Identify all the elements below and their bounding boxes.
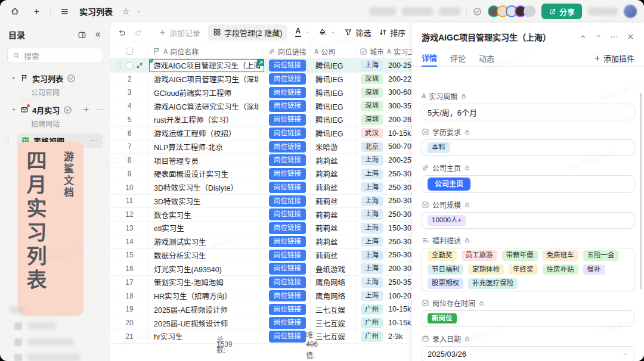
job-link-button[interactable]: 岗位链接 bbox=[269, 250, 306, 262]
job-link-button[interactable]: 岗位链接 bbox=[269, 276, 306, 288]
row-gutter[interactable]: 13 bbox=[110, 222, 149, 235]
checkbox[interactable] bbox=[126, 62, 133, 69]
cell-city[interactable]: 深圳 bbox=[356, 99, 383, 113]
cell-job-name[interactable]: 项目管理专员 bbox=[149, 154, 264, 167]
cell-company[interactable]: 莉莉丝 bbox=[311, 195, 356, 208]
job-link-button[interactable]: 岗位链接 bbox=[269, 195, 306, 207]
job-link-button[interactable]: 岗位链接 bbox=[269, 222, 306, 234]
avatar[interactable] bbox=[524, 5, 535, 17]
cell-job-name[interactable]: 3D特效实习生 bbox=[149, 195, 264, 208]
cell-company[interactable]: 莉莉丝 bbox=[311, 222, 356, 235]
row-gutter[interactable]: 16 bbox=[110, 262, 149, 275]
job-link-button[interactable]: 岗位链接 bbox=[269, 208, 306, 220]
cell-city[interactable]: 上海 bbox=[356, 290, 383, 303]
field-value-box[interactable]: 新岗位 bbox=[422, 310, 634, 327]
cell-company[interactable]: 莉莉丝 bbox=[311, 208, 356, 221]
job-link-button[interactable]: 岗位链接 bbox=[269, 168, 306, 180]
column-header[interactable]: 城市 bbox=[356, 44, 383, 58]
cell-city[interactable]: 深圳 bbox=[356, 86, 383, 99]
cell-company[interactable]: 鹰角网络 bbox=[311, 276, 356, 289]
job-link-button[interactable]: 岗位链接 bbox=[269, 60, 306, 71]
cell-job-name[interactable]: 硬表面概设设计实习生 bbox=[149, 167, 264, 181]
expand-record-icon[interactable] bbox=[136, 62, 143, 69]
cell-company[interactable]: 三七互娱 bbox=[311, 303, 356, 316]
cell-job-name[interactable]: NLP算法工程师-北京 bbox=[149, 141, 264, 154]
row-gutter[interactable]: 19 bbox=[110, 303, 149, 316]
cell-company[interactable]: 米哈游 bbox=[311, 141, 356, 154]
cell-city[interactable]: 上海 bbox=[356, 262, 383, 275]
column-header[interactable]: A公司 bbox=[311, 44, 356, 58]
caret-right-icon[interactable] bbox=[11, 75, 17, 81]
cell-job-name[interactable]: 2025届-AE视频设计师 bbox=[149, 303, 264, 316]
drag-handle-icon[interactable] bbox=[4, 136, 11, 144]
cell-company[interactable]: 三七互娱 bbox=[311, 316, 356, 329]
job-link-button[interactable]: 岗位链接 bbox=[269, 87, 306, 99]
new-tab-icon[interactable] bbox=[29, 4, 44, 19]
cell-city[interactable]: 上海 bbox=[356, 59, 383, 72]
tab-comments[interactable]: 评论 bbox=[450, 50, 466, 67]
undo-icon[interactable] bbox=[117, 28, 126, 37]
column-header[interactable]: A岗位名称 bbox=[149, 44, 264, 58]
row-gutter[interactable]: 2 bbox=[110, 73, 149, 86]
fill-color-button[interactable] bbox=[318, 28, 336, 36]
more-icon[interactable] bbox=[610, 33, 618, 41]
prev-record-icon[interactable] bbox=[579, 33, 587, 41]
cell-city[interactable]: 上海 bbox=[356, 249, 383, 262]
star-icon[interactable]: ☆ bbox=[122, 7, 130, 16]
sidebar-subitem-recruit-site[interactable]: 招聘网站 bbox=[0, 117, 110, 133]
row-gutter[interactable]: 15 bbox=[110, 249, 149, 262]
row-gutter[interactable]: 10 bbox=[110, 181, 149, 194]
header-select-all[interactable] bbox=[110, 44, 149, 58]
row-gutter[interactable]: 8 bbox=[110, 154, 149, 167]
field-value-box[interactable]: 全勤奖员工旅游带薪年假免费班车五险一金节日福利定期体检年终奖住房补贴餐补股票期权… bbox=[422, 248, 634, 291]
job-link-button[interactable]: 岗位链接 bbox=[269, 263, 306, 275]
cell-job-name[interactable]: 2025届-UE视频设计师 bbox=[149, 316, 264, 329]
job-link-button[interactable]: 岗位链接 bbox=[269, 154, 306, 166]
panel-scrollbar[interactable] bbox=[640, 93, 642, 290]
cell-company[interactable]: 莉莉丝 bbox=[311, 235, 356, 248]
tab-activity[interactable]: 动态 bbox=[479, 50, 494, 67]
home-icon[interactable] bbox=[7, 4, 23, 19]
field-manage-button[interactable]: 字段管理(2 隐藏) bbox=[208, 24, 287, 41]
collaborator-avatars[interactable] bbox=[488, 5, 535, 17]
text-color-button[interactable]: A bbox=[295, 27, 311, 36]
cell-company[interactable]: 腾讯IEG bbox=[311, 59, 356, 72]
cell-city[interactable]: 深圳 bbox=[356, 73, 383, 86]
cell-company[interactable]: 莉莉丝 bbox=[311, 249, 356, 262]
cell-job-name[interactable]: 策划实习生-泡姆泡姆 bbox=[149, 276, 264, 289]
cell-company[interactable]: 莉莉丝 bbox=[311, 181, 356, 194]
cell-city[interactable]: 上海 bbox=[356, 154, 383, 167]
row-gutter[interactable]: 4 bbox=[110, 99, 149, 113]
add-plugin-button[interactable]: 添加插件 bbox=[593, 52, 634, 64]
close-icon[interactable] bbox=[627, 33, 634, 41]
user-avatar[interactable] bbox=[624, 5, 637, 18]
cell-city[interactable]: 上海 bbox=[356, 195, 383, 208]
cell-city[interactable]: 广州 bbox=[356, 316, 383, 329]
row-gutter[interactable]: 14 bbox=[110, 235, 149, 248]
column-header[interactable]: 岗位链接 bbox=[264, 44, 311, 58]
cell-job-name[interactable]: etl实习生 bbox=[149, 222, 264, 235]
redo-icon[interactable] bbox=[134, 28, 143, 37]
cell-job-name[interactable]: 游戏AIGC算法研究实习生（深圳） bbox=[149, 99, 264, 113]
row-gutter[interactable]: 20 bbox=[110, 316, 149, 329]
job-link-button[interactable]: 岗位链接 bbox=[269, 304, 306, 316]
row-gutter[interactable]: 6 bbox=[110, 127, 149, 140]
next-record-icon[interactable] bbox=[595, 33, 602, 41]
sort-button[interactable]: 排序 bbox=[379, 27, 405, 38]
more-icon[interactable] bbox=[90, 136, 98, 145]
row-gutter[interactable]: 18 bbox=[110, 290, 149, 303]
cell-city[interactable]: 上海 bbox=[356, 235, 383, 248]
filter-button[interactable]: 筛选 bbox=[344, 27, 371, 38]
row-gutter[interactable]: 3 bbox=[110, 86, 149, 99]
cell-city[interactable]: 北京 bbox=[356, 141, 383, 154]
cell-city[interactable]: 广州 bbox=[356, 303, 383, 316]
cell-city[interactable]: 上海 bbox=[356, 208, 383, 221]
cell-city[interactable]: 上海 bbox=[356, 276, 383, 289]
panel-toggle-icon[interactable] bbox=[78, 30, 86, 39]
row-gutter[interactable]: 17 bbox=[110, 276, 149, 289]
more-icon[interactable] bbox=[96, 105, 104, 114]
cell-company[interactable]: 腾讯IEG bbox=[311, 113, 356, 126]
collapse-sidebar-icon[interactable] bbox=[94, 30, 102, 39]
drag-handle-icon[interactable] bbox=[116, 62, 123, 69]
job-link-button[interactable]: 岗位链接 bbox=[269, 317, 306, 329]
